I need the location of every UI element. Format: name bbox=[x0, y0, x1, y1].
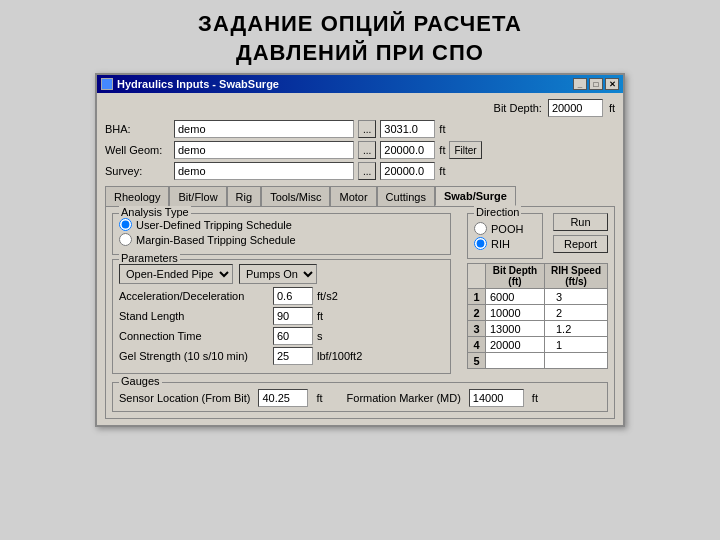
gel-input[interactable] bbox=[273, 347, 313, 365]
well-geom-browse-button[interactable]: ... bbox=[358, 141, 376, 159]
formation-input[interactable] bbox=[469, 389, 524, 407]
table-row: 3 bbox=[467, 321, 607, 337]
bha-label: BHA: bbox=[105, 123, 170, 135]
stand-input[interactable] bbox=[273, 307, 313, 325]
table-row: 4 bbox=[467, 337, 607, 353]
pipe-type-combo[interactable]: Open-Ended Pipe bbox=[119, 264, 233, 284]
report-button[interactable]: Report bbox=[553, 235, 608, 253]
user-defined-label: User-Defined Tripping Schedule bbox=[136, 219, 292, 231]
pooh-radio[interactable] bbox=[474, 222, 487, 235]
bit-depth-input[interactable] bbox=[548, 99, 603, 117]
minimize-button[interactable]: _ bbox=[573, 78, 587, 90]
table-col2-header: RIH Speed (ft/s) bbox=[544, 264, 607, 289]
sensor-input[interactable] bbox=[258, 389, 308, 407]
depth-cell-2[interactable] bbox=[485, 305, 544, 321]
window-title: Hydraulics Inputs - SwabSurge bbox=[117, 78, 279, 90]
rih-radio[interactable] bbox=[474, 237, 487, 250]
direction-group-label: Direction bbox=[474, 206, 521, 218]
main-window: Hydraulics Inputs - SwabSurge _ □ ✕ Bit … bbox=[95, 73, 625, 427]
tab-cuttings[interactable]: Cuttings bbox=[377, 186, 435, 206]
restore-button[interactable]: □ bbox=[589, 78, 603, 90]
run-button[interactable]: Run bbox=[553, 213, 608, 231]
conn-label: Connection Time bbox=[119, 330, 269, 342]
speed-cell-1[interactable] bbox=[544, 289, 607, 305]
row-num-3: 3 bbox=[467, 321, 485, 337]
survey-browse-button[interactable]: ... bbox=[358, 162, 376, 180]
bha-val-input[interactable] bbox=[380, 120, 435, 138]
margin-based-radio[interactable] bbox=[119, 233, 132, 246]
parameters-group: Parameters Open-Ended Pipe Pumps On Acce… bbox=[112, 259, 451, 374]
tab-swabsurge[interactable]: Swab/Surge bbox=[435, 186, 516, 206]
direction-group: Direction POOH RIH bbox=[467, 213, 543, 259]
bha-val-unit: ft bbox=[439, 123, 445, 135]
rih-label: RIH bbox=[491, 238, 510, 250]
table-row: 5 bbox=[467, 353, 607, 369]
survey-val-unit: ft bbox=[439, 165, 445, 177]
formation-unit: ft bbox=[532, 392, 538, 404]
bha-input[interactable] bbox=[174, 120, 354, 138]
well-geom-label: Well Geom: bbox=[105, 144, 170, 156]
accel-label: Acceleration/Deceleration bbox=[119, 290, 269, 302]
rih-table: Bit Depth (ft) RIH Speed (ft/s) 1 bbox=[467, 263, 608, 369]
stand-label: Stand Length bbox=[119, 310, 269, 322]
depth-cell-4[interactable] bbox=[485, 337, 544, 353]
speed-cell-5[interactable] bbox=[544, 353, 607, 369]
tab-content: Analysis Type User-Defined Tripping Sche… bbox=[105, 206, 615, 419]
speed-cell-4[interactable] bbox=[544, 337, 607, 353]
formation-label: Formation Marker (MD) bbox=[347, 392, 461, 404]
tab-rig[interactable]: Rig bbox=[227, 186, 262, 206]
table-row: 1 bbox=[467, 289, 607, 305]
user-defined-radio[interactable] bbox=[119, 218, 132, 231]
survey-label: Survey: bbox=[105, 165, 170, 177]
bit-depth-unit: ft bbox=[609, 102, 615, 114]
tab-bar: Rheology Bit/Flow Rig Tools/Misc Motor C… bbox=[105, 186, 615, 206]
well-geom-val-input[interactable] bbox=[380, 141, 435, 159]
run-report-buttons: Run Report bbox=[553, 213, 608, 253]
depth-cell-1[interactable] bbox=[485, 289, 544, 305]
pooh-label: POOH bbox=[491, 223, 523, 235]
stand-unit: ft bbox=[317, 310, 323, 322]
analysis-group-label: Analysis Type bbox=[119, 206, 191, 218]
gel-unit: lbf/100ft2 bbox=[317, 350, 362, 362]
sensor-label: Sensor Location (From Bit) bbox=[119, 392, 250, 404]
tab-bitflow[interactable]: Bit/Flow bbox=[169, 186, 226, 206]
table-row: 2 bbox=[467, 305, 607, 321]
params-group-label: Parameters bbox=[119, 252, 180, 264]
tab-motor[interactable]: Motor bbox=[330, 186, 376, 206]
table-col1-header: Bit Depth (ft) bbox=[485, 264, 544, 289]
conn-unit: s bbox=[317, 330, 323, 342]
bha-browse-button[interactable]: ... bbox=[358, 120, 376, 138]
survey-input[interactable] bbox=[174, 162, 354, 180]
row-num-4: 4 bbox=[467, 337, 485, 353]
row-num-2: 2 bbox=[467, 305, 485, 321]
well-geom-val-unit: ft bbox=[439, 144, 445, 156]
page-title: ЗАДАНИЕ ОПЦИЙ РАСЧЕТА ДАВЛЕНИЙ ПРИ СПО bbox=[0, 0, 720, 73]
tab-toolsmisc[interactable]: Tools/Misc bbox=[261, 186, 330, 206]
title-bar: Hydraulics Inputs - SwabSurge _ □ ✕ bbox=[97, 75, 623, 93]
margin-based-label: Margin-Based Tripping Schedule bbox=[136, 234, 296, 246]
row-num-1: 1 bbox=[467, 289, 485, 305]
gauges-group: Gauges Sensor Location (From Bit) ft For… bbox=[112, 382, 608, 412]
close-button[interactable]: ✕ bbox=[605, 78, 619, 90]
depth-cell-3[interactable] bbox=[485, 321, 544, 337]
depth-cell-5[interactable] bbox=[485, 353, 544, 369]
speed-cell-2[interactable] bbox=[544, 305, 607, 321]
speed-cell-3[interactable] bbox=[544, 321, 607, 337]
conn-input[interactable] bbox=[273, 327, 313, 345]
analysis-type-group: Analysis Type User-Defined Tripping Sche… bbox=[112, 213, 451, 255]
sensor-unit: ft bbox=[316, 392, 322, 404]
filter-button[interactable]: Filter bbox=[449, 141, 481, 159]
accel-unit: ft/s2 bbox=[317, 290, 338, 302]
accel-input[interactable] bbox=[273, 287, 313, 305]
well-geom-input[interactable] bbox=[174, 141, 354, 159]
gauges-group-label: Gauges bbox=[119, 375, 162, 387]
bit-depth-label: Bit Depth: bbox=[494, 102, 542, 114]
tab-rheology[interactable]: Rheology bbox=[105, 186, 169, 206]
gel-label: Gel Strength (10 s/10 min) bbox=[119, 350, 269, 362]
pumps-combo[interactable]: Pumps On bbox=[239, 264, 317, 284]
row-num-5: 5 bbox=[467, 353, 485, 369]
window-icon bbox=[101, 78, 113, 90]
survey-val-input[interactable] bbox=[380, 162, 435, 180]
